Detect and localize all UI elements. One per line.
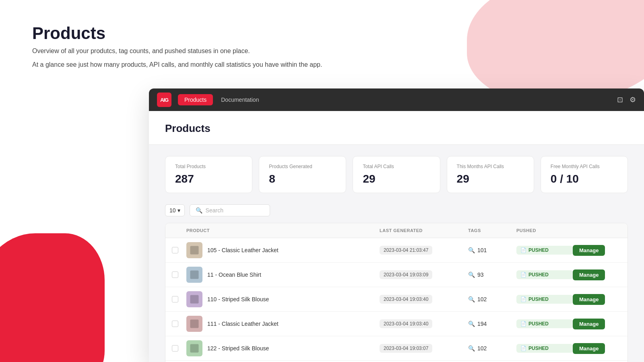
search-input[interactable] [206,207,264,214]
row-checkbox[interactable] [172,321,178,327]
table-row: 111 - Classic Leather Jacket 2023-03-04 … [165,312,627,336]
stat-total-api-calls: Total API Calls 29 [353,156,440,193]
stat-label-total-api-calls: Total API Calls [363,164,430,169]
th-product: PRODUCT [186,228,380,233]
stat-products-generated: Products Generated 8 [259,156,346,193]
tags-search-icon: 🔍 [468,345,475,352]
tags-search-icon: 🔍 [468,247,475,253]
logo-text: AIG [160,97,168,103]
table-row: 105 - Classic Leather Jacket 2023-03-04 … [165,238,627,263]
tags-cell: 🔍 194 [468,321,516,327]
pushed-badge: 📄 PUSHED [516,344,573,353]
tags-count: 102 [477,296,487,302]
stat-monthly-api-calls: This Months API Calls 29 [447,156,534,193]
manage-button[interactable]: Manage [573,269,605,280]
stat-free-monthly-api-calls: Free Monthly API Calls 0 / 10 [541,156,628,193]
pushed-badge: 📄 PUSHED [516,246,573,255]
main-content: Products Total Products 287 Products Gen… [149,111,644,362]
search-container: 🔍 [190,204,270,216]
stat-total-products: Total Products 287 [165,156,252,193]
data-table: PRODUCT LAST GENERATED TAGS PUSHED 105 -… [165,223,628,362]
pushed-icon: 📄 [520,272,526,278]
nav-items: Products Documentation [178,94,611,105]
product-thumbnail [186,316,202,332]
manage-button[interactable]: Manage [573,245,605,256]
pushed-badge: 📄 PUSHED [516,319,573,328]
product-cell: 122 - Striped Silk Blouse [186,340,380,356]
pushed-badge: 📄 PUSHED [516,270,573,279]
tags-count: 93 [477,272,484,278]
product-image-icon [189,269,200,280]
pushed-icon: 📄 [520,296,526,302]
per-page-value: 10 [169,207,176,214]
row-checkbox-cell [172,296,186,302]
th-last-generated: LAST GENERATED [380,228,468,233]
row-checkbox-cell [172,345,186,352]
settings-icon[interactable]: ⚙ [630,95,636,104]
nav-item-documentation[interactable]: Documentation [215,94,265,105]
svg-rect-0 [190,246,199,255]
decorative-blob-bottom [0,233,105,362]
pushed-label: PUSHED [528,346,549,351]
row-checkbox[interactable] [172,345,178,352]
product-thumbnail [186,291,202,307]
manage-button[interactable]: Manage [573,343,605,354]
tags-count: 101 [477,247,487,253]
stat-label-free-monthly-api-calls: Free Monthly API Calls [551,164,618,169]
stat-value-total-products: 287 [175,173,242,185]
stat-value-products-generated: 8 [269,173,336,185]
date-cell: 2023-03-04 21:03:47 [380,246,468,255]
content-header: Products [149,111,644,145]
date-badge: 2023-03-04 19:03:40 [380,319,432,328]
date-badge: 2023-03-04 21:03:47 [380,246,432,255]
pushed-cell: 📄 PUSHED [516,246,573,255]
tags-cell: 🔍 102 [468,345,516,352]
pushed-label: PUSHED [528,296,549,302]
product-name: 111 - Classic Leather Jacket [207,321,279,327]
row-checkbox[interactable] [172,272,178,278]
page-subtitle-line2: At a glance see just how many products, … [32,60,322,70]
pushed-cell: 📄 PUSHED [516,295,573,304]
navbar: AIG Products Documentation ⊡ ⚙ [149,88,644,111]
product-name: 110 - Striped Silk Blouse [207,296,269,302]
date-badge: 2023-03-04 19:03:07 [380,344,432,353]
svg-rect-2 [190,295,199,304]
page-title: Products [32,24,322,43]
search-icon: 🔍 [196,207,202,214]
table-row: 11 - Ocean Blue Shirt 2023-03-04 19:03:0… [165,263,627,287]
product-cell: 111 - Classic Leather Jacket [186,316,380,332]
tags-search-icon: 🔍 [468,321,475,327]
stat-label-monthly-api-calls: This Months API Calls [457,164,524,169]
product-name: 11 - Ocean Blue Shirt [207,272,261,278]
table-row: 110 - Striped Silk Blouse 2023-03-04 19:… [165,287,627,312]
stat-value-monthly-api-calls: 29 [457,173,524,185]
manage-button[interactable]: Manage [573,319,605,329]
row-checkbox-cell [172,272,186,278]
tags-count: 194 [477,321,487,327]
product-name: 105 - Classic Leather Jacket [207,247,279,253]
row-checkbox[interactable] [172,247,178,253]
per-page-select[interactable]: 10 ▾ [165,204,185,216]
pushed-badge: 📄 PUSHED [516,295,573,304]
navbar-logo[interactable]: AIG [157,93,171,107]
page-header: Products Overview of all your produtcs, … [32,24,322,70]
product-image-icon [189,343,200,354]
th-actions [573,228,621,233]
actions-cell: Manage [573,343,621,354]
row-checkbox-cell [172,247,186,253]
actions-cell: Manage [573,245,621,256]
tags-search-icon: 🔍 [468,272,475,278]
product-thumbnail [186,242,202,258]
page-subtitle-line1: Overview of all your produtcs, tag count… [32,46,322,56]
row-checkbox[interactable] [172,296,178,302]
product-cell: 11 - Ocean Blue Shirt [186,267,380,283]
stat-value-total-api-calls: 29 [363,173,430,185]
table-header: PRODUCT LAST GENERATED TAGS PUSHED [165,223,627,238]
manage-button[interactable]: Manage [573,294,605,305]
pushed-icon: 📄 [520,346,526,351]
table-body: 105 - Classic Leather Jacket 2023-03-04 … [165,238,627,362]
pushed-icon: 📄 [520,247,526,253]
terminal-icon[interactable]: ⊡ [617,95,623,104]
nav-item-products[interactable]: Products [178,94,213,105]
tags-count: 102 [477,345,487,352]
